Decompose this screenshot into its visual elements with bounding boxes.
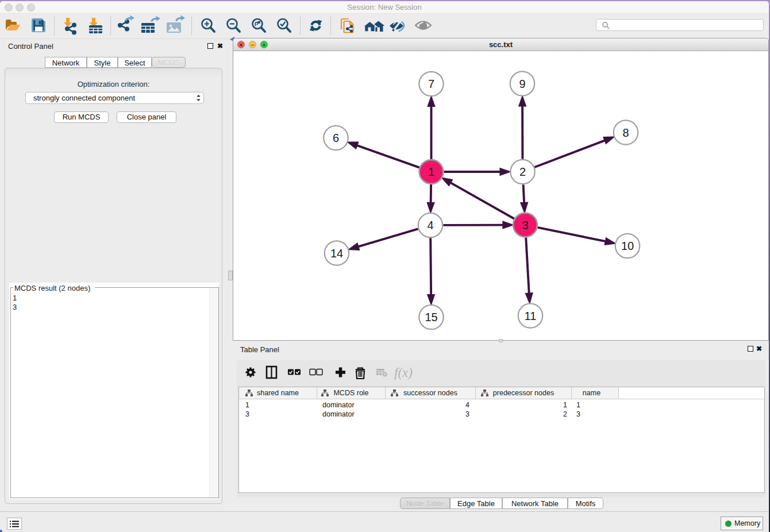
svg-text:15: 15 (425, 311, 437, 323)
svg-text:9: 9 (519, 78, 525, 90)
svg-text:4: 4 (427, 219, 433, 232)
svg-text:7: 7 (428, 78, 434, 90)
svg-text:11: 11 (525, 310, 537, 322)
svg-text:1: 1 (428, 165, 434, 178)
svg-text:2: 2 (519, 165, 526, 178)
svg-text:8: 8 (622, 126, 629, 139)
svg-text:14: 14 (330, 247, 343, 260)
svg-text:6: 6 (333, 132, 339, 144)
svg-text:3: 3 (522, 219, 528, 232)
svg-text:f(x): f(x) (394, 365, 413, 380)
svg-text:10: 10 (621, 240, 634, 252)
